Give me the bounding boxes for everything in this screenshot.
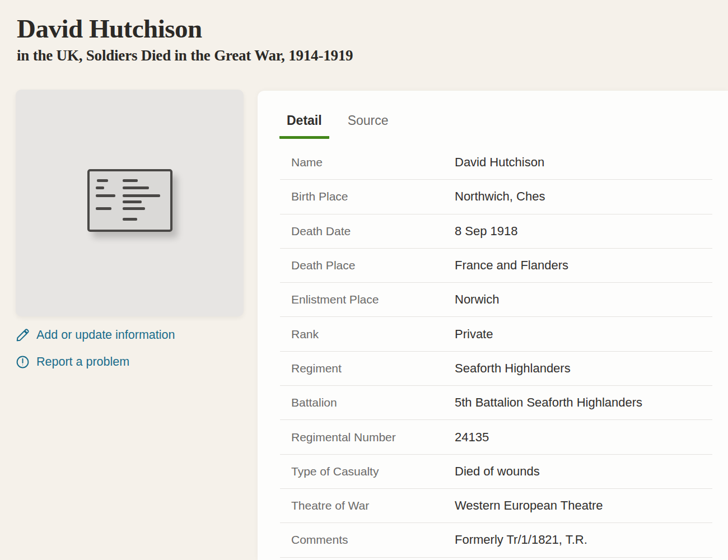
pencil-icon bbox=[16, 328, 30, 342]
table-row: Type of Casualty Died of wounds bbox=[280, 455, 712, 489]
alert-circle-icon bbox=[16, 355, 30, 369]
record-field-label: Comments bbox=[280, 533, 455, 547]
table-row: Regimental Number 24135 bbox=[280, 420, 712, 454]
report-a-problem-link[interactable]: Report a problem bbox=[16, 353, 175, 371]
record-field-label: Name bbox=[280, 156, 455, 169]
record-field-label: Regimental Number bbox=[280, 431, 455, 444]
record-field-label: Regiment bbox=[280, 362, 455, 375]
record-field-label: Battalion bbox=[280, 396, 455, 409]
table-row: Enlistment Place Norwich bbox=[280, 283, 712, 317]
table-row: Regiment Seaforth Highlanders bbox=[280, 352, 712, 386]
tab-bar: Detail Source bbox=[279, 110, 396, 139]
record-field-label: Theatre of War bbox=[280, 499, 455, 512]
record-field-value: Northwich, Ches bbox=[455, 189, 712, 204]
record-field-label: Type of Casualty bbox=[280, 465, 455, 478]
record-field-value: 8 Sep 1918 bbox=[455, 224, 712, 239]
record-detail-panel: Detail Source Name David Hutchison Birth… bbox=[258, 91, 728, 560]
add-or-update-information-link[interactable]: Add or update information bbox=[16, 326, 175, 344]
table-row: Battalion 5th Battalion Seaforth Highlan… bbox=[280, 386, 712, 420]
record-field-label: Death Date bbox=[280, 225, 455, 238]
record-field-value: Formerly Tr/1/1821, T.R. bbox=[455, 533, 712, 547]
record-field-label: Death Place bbox=[280, 259, 455, 272]
table-row: Death Date 8 Sep 1918 bbox=[280, 214, 712, 249]
record-field-value: 24135 bbox=[455, 430, 712, 445]
collection-subtitle: in the UK, Soldiers Died in the Great Wa… bbox=[17, 47, 711, 64]
tab-detail[interactable]: Detail bbox=[279, 110, 329, 139]
record-field-label: Enlistment Place bbox=[280, 293, 455, 306]
add-or-update-information-label: Add or update information bbox=[36, 326, 175, 344]
table-row: Birth Place Northwich, Ches bbox=[280, 180, 712, 214]
table-row: Comments Formerly Tr/1/1821, T.R. bbox=[280, 523, 712, 557]
page-title: David Hutchison bbox=[17, 13, 711, 44]
record-fields-table: Name David Hutchison Birth Place Northwi… bbox=[280, 146, 712, 558]
page-header: David Hutchison in the UK, Soldiers Died… bbox=[17, 13, 711, 64]
report-a-problem-label: Report a problem bbox=[36, 353, 129, 371]
record-field-value: Western European Theatre bbox=[455, 498, 712, 513]
record-actions: Add or update information Report a probl… bbox=[16, 326, 175, 371]
table-row: Name David Hutchison bbox=[280, 146, 712, 180]
table-row: Theatre of War Western European Theatre bbox=[280, 489, 712, 523]
record-field-value: David Hutchison bbox=[455, 155, 712, 170]
record-field-value: France and Flanders bbox=[455, 258, 712, 273]
record-image-placeholder bbox=[16, 90, 244, 316]
record-field-value: Norwich bbox=[455, 292, 712, 307]
record-field-label: Birth Place bbox=[280, 190, 455, 203]
record-field-value: 5th Battalion Seaforth Highlanders bbox=[455, 395, 712, 410]
record-field-value: Seaforth Highlanders bbox=[455, 361, 712, 376]
table-row: Rank Private bbox=[280, 317, 712, 351]
record-field-value: Died of wounds bbox=[455, 464, 712, 479]
record-document-icon bbox=[87, 169, 172, 232]
record-field-value: Private bbox=[455, 327, 712, 342]
table-row: Death Place France and Flanders bbox=[280, 249, 712, 283]
tab-source[interactable]: Source bbox=[340, 110, 396, 139]
record-field-label: Rank bbox=[280, 328, 455, 341]
